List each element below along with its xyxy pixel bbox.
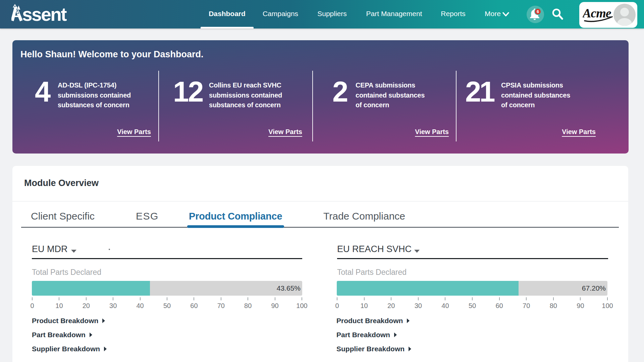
svg-text:Acme: Acme xyxy=(583,6,611,20)
svg-text:ssent: ssent xyxy=(22,4,67,23)
